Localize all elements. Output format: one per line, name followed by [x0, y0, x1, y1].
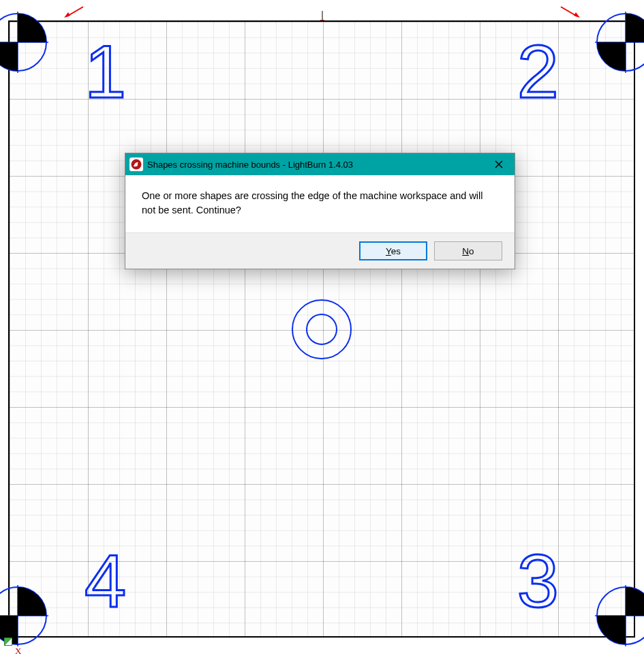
svg-point-17	[307, 314, 337, 344]
corner-number-1: 1	[85, 34, 126, 109]
svg-point-4	[0, 14, 46, 71]
dialog-button-row: Yes No	[125, 233, 515, 269]
ruler-top-tick	[322, 11, 322, 20]
svg-marker-3	[574, 12, 580, 18]
annotation-arrow-right	[558, 4, 581, 19]
center-target-icon	[290, 298, 353, 361]
svg-point-10	[597, 587, 644, 644]
no-button[interactable]: No	[434, 241, 502, 260]
registration-target-2	[595, 12, 644, 73]
corner-number-4: 4	[85, 543, 126, 618]
dialog-message: One or more shapes are crossing the edge…	[125, 175, 515, 233]
close-button[interactable]	[483, 153, 515, 175]
machine-workspace[interactable]: 1 2 3 4	[8, 20, 635, 638]
yes-button[interactable]: Yes	[359, 241, 427, 260]
origin-marker-icon	[4, 638, 12, 646]
svg-point-16	[292, 300, 351, 359]
svg-line-2	[561, 7, 577, 16]
close-icon	[495, 160, 503, 168]
dialog-title: Shapes crossing machine bounds - LightBu…	[147, 160, 483, 170]
axis-x-label: X	[15, 646, 21, 657]
svg-point-13	[0, 587, 46, 644]
dialog-titlebar[interactable]: Shapes crossing machine bounds - LightBu…	[125, 153, 515, 175]
warning-dialog: Shapes crossing machine bounds - LightBu…	[125, 153, 515, 269]
svg-line-0	[67, 7, 83, 16]
svg-marker-1	[64, 12, 70, 18]
svg-point-7	[597, 14, 644, 71]
corner-number-3: 3	[517, 543, 559, 618]
annotation-arrow-left	[63, 4, 86, 19]
app-icon	[129, 158, 143, 171]
corner-number-2: 2	[517, 34, 559, 109]
registration-target-3	[595, 585, 644, 646]
registration-target-1	[0, 12, 48, 73]
